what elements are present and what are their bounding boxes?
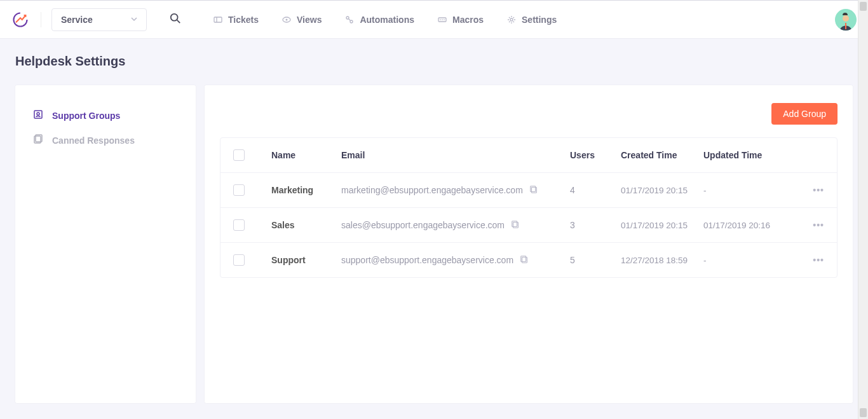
nav-label: Automations [360, 15, 414, 25]
nav-label: Settings [522, 15, 557, 25]
table-row: Support support@ebsupport.engagebayservi… [220, 243, 837, 277]
group-created: 01/17/2019 20:15 [621, 186, 703, 195]
separator [41, 12, 41, 27]
group-updated: - [703, 256, 786, 265]
groups-table: Name Email Users Created Time Updated Ti… [220, 137, 837, 278]
svg-line-2 [177, 20, 180, 24]
svg-point-8 [350, 20, 353, 23]
nav-item-automations[interactable]: Automations [344, 15, 414, 25]
nav-item-macros[interactable]: Macros [437, 15, 484, 25]
row-actions-menu[interactable]: ••• [786, 220, 824, 230]
row-checkbox[interactable] [233, 219, 245, 231]
nav-label: Tickets [228, 15, 259, 25]
svg-point-7 [346, 17, 349, 19]
group-email-cell: support@ebsupport.engagebayservice.com [341, 255, 570, 266]
macros-icon [437, 15, 447, 25]
group-name: Sales [271, 220, 341, 230]
group-users: 3 [570, 220, 621, 230]
module-select-label: Service [61, 15, 93, 25]
col-email: Email [341, 150, 570, 160]
group-email-cell: marketing@ebsupport.engagebayservice.com [341, 185, 570, 196]
module-select[interactable]: Service [51, 8, 147, 31]
copy-icon[interactable] [529, 185, 538, 196]
user-avatar[interactable] [835, 9, 857, 31]
views-icon [281, 15, 292, 25]
panel-head: Add Group [220, 103, 837, 125]
nav-item-tickets[interactable]: Tickets [213, 15, 259, 25]
svg-rect-17 [34, 111, 42, 118]
select-all-checkbox[interactable] [233, 149, 245, 161]
svg-point-6 [286, 18, 288, 20]
svg-rect-16 [845, 23, 846, 29]
group-email: sales@ebsupport.engagebayservice.com [341, 220, 505, 230]
page-content: Helpdesk Settings Support Groups Canned … [0, 39, 868, 403]
group-email: support@ebsupport.engagebayservice.com [341, 255, 513, 265]
row-checkbox[interactable] [233, 184, 245, 196]
table-header: Name Email Users Created Time Updated Ti… [220, 138, 837, 173]
settings-sidebar: Support Groups Canned Responses [15, 85, 196, 403]
copy-icon[interactable] [520, 255, 529, 266]
add-group-button[interactable]: Add Group [771, 103, 837, 125]
svg-rect-3 [214, 17, 222, 22]
group-created: 01/17/2019 20:15 [621, 221, 703, 230]
col-name: Name [271, 150, 341, 160]
row-actions-menu[interactable]: ••• [786, 255, 824, 265]
page-title: Helpdesk Settings [15, 54, 853, 69]
brand-logo-icon [11, 11, 29, 29]
tickets-icon [213, 15, 223, 25]
nav-label: Views [297, 15, 322, 25]
canned-icon [33, 134, 43, 146]
table-row: Sales sales@ebsupport.engagebayservice.c… [220, 208, 837, 243]
search-icon[interactable] [170, 13, 181, 26]
group-updated: 01/17/2019 20:16 [703, 221, 786, 230]
sidebar-item-support-groups[interactable]: Support Groups [15, 103, 196, 128]
group-email-cell: sales@ebsupport.engagebayservice.com [341, 220, 570, 231]
scrollbar[interactable] [858, 0, 868, 419]
settings-icon [506, 15, 517, 25]
group-created: 12/27/2018 18:59 [621, 256, 703, 265]
sidebar-item-canned-responses[interactable]: Canned Responses [15, 128, 196, 153]
group-name: Support [271, 255, 341, 265]
col-updated: Updated Time [703, 150, 786, 160]
chevron-down-icon [131, 15, 137, 24]
svg-point-14 [510, 18, 513, 21]
group-users: 4 [570, 185, 621, 195]
col-created: Created Time [621, 150, 703, 160]
svg-point-15 [843, 15, 849, 22]
group-email: marketing@ebsupport.engagebayservice.com [341, 185, 523, 195]
svg-point-1 [171, 14, 178, 21]
group-users: 5 [570, 255, 621, 265]
top-nav: Tickets Views Automations Macros Setting… [213, 15, 557, 25]
top-bar: Service Tickets Views Automations [0, 0, 868, 39]
group-icon [33, 109, 43, 121]
sidebar-item-label: Canned Responses [52, 135, 135, 146]
svg-point-18 [37, 113, 39, 115]
row-checkbox[interactable] [233, 254, 245, 266]
automations-icon [344, 15, 355, 25]
copy-icon[interactable] [511, 220, 520, 231]
row-actions-menu[interactable]: ••• [786, 185, 824, 195]
content-row: Support Groups Canned Responses Add Grou… [15, 85, 853, 403]
col-users: Users [570, 150, 621, 160]
nav-label: Macros [452, 15, 484, 25]
nav-item-settings[interactable]: Settings [506, 15, 557, 25]
group-name: Marketing [271, 185, 341, 195]
table-row: Marketing marketing@ebsupport.engagebays… [220, 173, 837, 208]
nav-item-views[interactable]: Views [281, 15, 322, 25]
svg-line-9 [349, 18, 351, 20]
group-updated: - [703, 186, 786, 195]
main-panel: Add Group Name Email Users Created Time … [205, 85, 853, 403]
sidebar-item-label: Support Groups [52, 111, 120, 121]
